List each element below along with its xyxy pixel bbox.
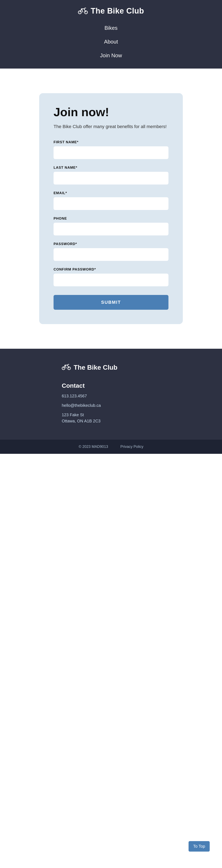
first-name-group: FIRST NAME* bbox=[54, 140, 168, 159]
email-label: EMAIL* bbox=[54, 191, 168, 195]
footer-email: hello@thebikeclub.ca bbox=[62, 402, 160, 408]
last-name-group: LAST NAME* bbox=[54, 166, 168, 185]
phone-input[interactable] bbox=[54, 223, 168, 236]
footer-contact-title: Contact bbox=[62, 382, 160, 389]
svg-point-3 bbox=[68, 367, 71, 370]
first-name-input[interactable] bbox=[54, 146, 168, 159]
confirm-password-group: CONFIRM PASSWORD* bbox=[54, 268, 168, 286]
email-input[interactable] bbox=[54, 197, 168, 210]
footer-bike-icon bbox=[62, 363, 71, 372]
footer-privacy-policy[interactable]: Privacy Policy bbox=[121, 444, 144, 449]
confirm-password-input[interactable] bbox=[54, 274, 168, 286]
join-description: The Bike Club offer many great benefits … bbox=[54, 123, 168, 130]
footer-address-line2: Ottawa, ON A1B 2C3 bbox=[62, 419, 100, 423]
join-card: Join now! The Bike Club offer many great… bbox=[39, 93, 183, 324]
phone-label: PHONE bbox=[54, 217, 168, 221]
footer-address: 123 Fake St Ottawa, ON A1B 2C3 bbox=[62, 412, 160, 424]
footer-copyright: © 2023 MAD9013 bbox=[78, 444, 108, 449]
join-title: Join now! bbox=[54, 105, 168, 119]
email-group: EMAIL* bbox=[54, 191, 168, 210]
password-group: PASSWORD* bbox=[54, 242, 168, 261]
spacer-top bbox=[0, 68, 222, 93]
last-name-label: LAST NAME* bbox=[54, 166, 168, 170]
footer-logo-text: The Bike Club bbox=[74, 364, 117, 371]
submit-button[interactable]: SUBMIT bbox=[54, 295, 168, 310]
footer-phone: 613.123.4567 bbox=[62, 393, 160, 399]
nav: Bikes About Join Now bbox=[56, 21, 166, 68]
last-name-input[interactable] bbox=[54, 172, 168, 185]
phone-group: PHONE bbox=[54, 217, 168, 236]
bike-icon bbox=[78, 7, 88, 15]
nav-bikes[interactable]: Bikes bbox=[56, 21, 166, 35]
nav-join[interactable]: Join Now bbox=[56, 49, 166, 62]
first-name-label: FIRST NAME* bbox=[54, 140, 168, 144]
footer-bottom: © 2023 MAD9013 Privacy Policy bbox=[0, 440, 222, 454]
logo-row: The Bike Club bbox=[78, 0, 144, 21]
password-input[interactable] bbox=[54, 248, 168, 261]
site-title: The Bike Club bbox=[91, 6, 144, 16]
header: The Bike Club Bikes About Join Now bbox=[0, 0, 222, 68]
footer-logo-row: The Bike Club bbox=[62, 363, 160, 372]
confirm-password-label: CONFIRM PASSWORD* bbox=[54, 268, 168, 272]
nav-about[interactable]: About bbox=[56, 35, 166, 49]
footer-main: The Bike Club Contact 613.123.4567 hello… bbox=[56, 349, 166, 440]
join-section: Join now! The Bike Club offer many great… bbox=[0, 93, 222, 349]
footer-address-line1: 123 Fake St bbox=[62, 412, 84, 417]
to-top-button[interactable]: To Top bbox=[189, 841, 210, 851]
footer: The Bike Club Contact 613.123.4567 hello… bbox=[0, 349, 222, 454]
password-label: PASSWORD* bbox=[54, 242, 168, 246]
svg-point-2 bbox=[62, 367, 65, 370]
join-form: FIRST NAME* LAST NAME* EMAIL* PHONE PASS… bbox=[54, 140, 168, 310]
